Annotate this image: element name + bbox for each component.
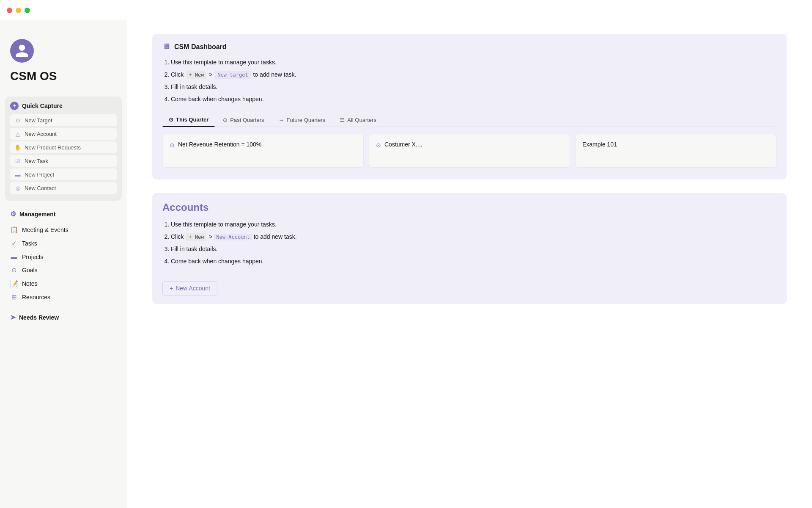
quick-item-new-target[interactable]: ⊙ New Target [10,114,117,126]
close-button[interactable] [7,8,12,13]
metric-card-2[interactable]: ⊙ Costumer X.... [369,134,570,168]
management-label: Management [19,211,56,218]
dashboard-tabs: ⊙ This Quarter ⊙ Past Quarters → Future … [162,112,776,127]
product-requests-icon: ✋ [14,144,21,151]
sidebar-item-projects[interactable]: ▬ Projects [5,250,122,263]
page-header: CSM OS [0,30,127,97]
metric-card-1[interactable]: ⊙ Net Revenue Retention = 100% [162,134,364,168]
accounts-instruction-1: Use this template to manage your tasks. [171,220,776,229]
avatar [10,39,34,63]
new-target-badge: New target [215,71,250,79]
account-icon: △ [14,130,21,137]
instruction-1: Use this template to manage your tasks. [171,58,776,67]
goals-icon: ⊙ [10,266,18,274]
user-icon [14,43,30,58]
quick-item-label: New Task [25,158,48,164]
quick-capture-section: + Quick Capture ⊙ New Target △ New Accou… [5,97,122,201]
accounts-instruction-2: Click + New > New Account to add new tas… [171,232,776,241]
sidebar-item-meetings[interactable]: 📋 Meeting & Events [5,223,122,237]
sidebar-item-resources[interactable]: ⊞ Resources [5,290,122,304]
accounts-instructions: Use this template to manage your tasks. … [162,220,776,266]
nav-item-label: Tasks [22,240,37,247]
tab-label: Past Quarters [230,117,264,123]
tab-label: All Quarters [347,117,376,123]
metric-cards-row: ⊙ Net Revenue Retention = 100% ⊙ Costume… [162,134,776,168]
sidebar: CSM OS + Quick Capture ⊙ New Target △ Ne… [0,20,127,508]
quick-item-label: New Target [25,117,52,124]
tab-future-quarters[interactable]: → Future Quarters [272,113,332,127]
this-quarter-icon: ⊙ [169,116,173,123]
quick-capture-header: + Quick Capture [10,102,117,110]
nav-item-label: Meeting & Events [22,226,69,233]
sidebar-item-notes[interactable]: 📝 Notes [5,277,122,290]
accounts-instruction-3: Fill in task details. [171,245,776,254]
tab-label: Future Quarters [287,117,326,123]
instruction-4: Come back when changes happen. [171,95,776,104]
sidebar-item-goals[interactable]: ⊙ Goals [5,263,122,277]
quick-item-label: New Product Requests [25,144,81,151]
nav-item-label: Goals [22,267,38,273]
tasks-icon: ✓ [10,240,18,247]
new-account-plus-icon: + [170,285,173,292]
project-icon: ▬ [14,171,21,178]
metric-1-text: Net Revenue Retention = 100% [178,141,261,148]
quick-item-label: New Project [25,171,54,178]
accounts-card: Accounts Use this template to manage you… [152,193,787,304]
csm-dashboard-card: 🖥 CSM Dashboard Use this template to man… [152,34,787,179]
management-header: ⚙ Management [5,207,122,221]
click-new-badge: + New [186,71,206,79]
management-section: ⚙ Management 📋 Meeting & Events ✓ Tasks … [0,207,127,304]
nav-item-label: Projects [22,254,44,260]
main-content: 🖥 CSM Dashboard Use this template to man… [127,20,812,508]
needs-review-icon: ➤ [10,313,16,321]
new-account-button[interactable]: + New Account [162,281,217,295]
quick-item-new-account[interactable]: △ New Account [10,128,117,140]
tab-past-quarters[interactable]: ⊙ Past Quarters [217,113,270,127]
quick-item-new-project[interactable]: ▬ New Project [10,168,117,180]
new-account-badge: New Account [214,234,252,240]
instruction-3: Fill in task details. [171,83,776,91]
page-title: CSM OS [10,69,117,83]
meetings-icon: 📋 [10,226,18,234]
notes-icon: 📝 [10,280,18,287]
nav-item-label: Resources [22,294,50,301]
metric-2-text: Costumer X.... [384,141,422,148]
metric-1-icon: ⊙ [170,142,175,149]
accounts-instruction-4: Come back when changes happen. [171,257,776,266]
all-quarters-icon: ☰ [340,117,345,123]
accounts-click-new-badge: + New [186,233,206,241]
minimize-button[interactable] [16,8,21,13]
dashboard-instructions: Use this template to manage your tasks. … [162,58,776,104]
maximize-button[interactable] [25,8,30,13]
resources-icon: ⊞ [10,293,18,301]
dashboard-title: CSM Dashboard [174,43,227,51]
target-icon: ⊙ [14,117,21,124]
quick-capture-label: Quick Capture [22,102,63,109]
task-icon: ☑ [14,157,21,164]
app-layout: CSM OS + Quick Capture ⊙ New Target △ Ne… [0,20,812,508]
quick-item-label: New Account [25,131,57,137]
quick-item-new-product-requests[interactable]: ✋ New Product Requests [10,141,117,153]
quick-item-label: New Contact [25,185,56,191]
tab-this-quarter[interactable]: ⊙ This Quarter [162,113,215,127]
needs-review-label: Needs Review [19,314,59,321]
dashboard-icon: 🖥 [162,42,170,51]
metric-card-3[interactable]: Example 101 [575,134,776,168]
new-account-label: New Account [176,285,210,292]
tab-label: This Quarter [176,116,208,123]
tab-all-quarters[interactable]: ☰ All Quarters [333,113,383,127]
titlebar [0,0,812,20]
metric-3-text: Example 101 [582,141,617,148]
quick-item-new-task[interactable]: ☑ New Task [10,155,117,167]
past-quarters-icon: ⊙ [223,117,228,123]
accounts-title: Accounts [162,202,776,213]
quick-capture-icon: + [10,102,19,110]
sidebar-item-tasks[interactable]: ✓ Tasks [5,237,122,250]
quick-item-new-contact[interactable]: ◎ New Contact [10,182,117,194]
management-icon: ⚙ [10,210,16,218]
metric-2-icon: ⊙ [376,142,381,149]
dashboard-header: 🖥 CSM Dashboard [162,42,776,51]
contact-icon: ◎ [14,185,21,191]
needs-review-section[interactable]: ➤ Needs Review [0,311,127,324]
projects-icon: ▬ [10,253,18,260]
